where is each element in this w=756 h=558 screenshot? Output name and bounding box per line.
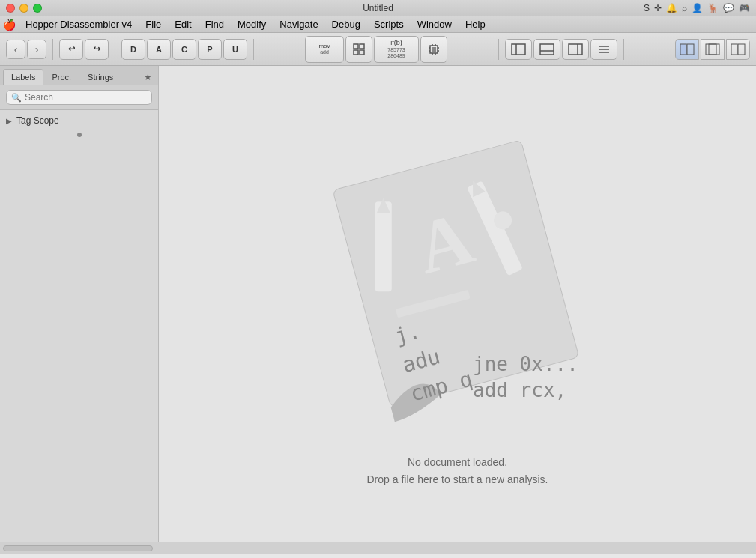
addr2-label: 286489 — [387, 53, 405, 59]
system-icons: S ✛ 🔔 ⌕ 👤 🦌 💬 🎮 — [644, 3, 750, 13]
menu-navigate[interactable]: Navigate — [273, 17, 324, 31]
menu-modify[interactable]: Modify — [232, 17, 272, 31]
btn-p[interactable]: P — [198, 39, 222, 60]
minimize-button[interactable] — [19, 4, 28, 13]
nav-back-button[interactable]: ‹ — [6, 40, 25, 59]
search-icon: 🔍 — [11, 93, 22, 103]
drop-zone: j. adu cmp q A — [327, 120, 589, 488]
menu-app-name[interactable]: Hopper Disassembler v4 — [19, 17, 138, 31]
btn-a[interactable]: A — [147, 39, 171, 60]
btn-u[interactable]: U — [223, 39, 247, 60]
menu-file[interactable]: File — [139, 17, 167, 31]
content-area[interactable]: j. adu cmp q A — [159, 66, 756, 542]
addr1-label: 785773 — [387, 47, 405, 53]
undo-button[interactable]: ↩ — [59, 39, 83, 60]
grid-icon-button[interactable] — [345, 36, 372, 63]
tag-scope-item[interactable]: ▶ Tag Scope — [0, 113, 158, 128]
svg-rect-18 — [569, 44, 582, 55]
sys-icon-4: ⌕ — [682, 3, 687, 13]
title-bar: Untitled S ✛ 🔔 ⌕ 👤 🦌 💬 🎮 — [0, 0, 756, 16]
sidebar: Labels Proc. Strings ★ 🔍 ▶ Tag Scope — [0, 66, 159, 542]
menu-edit[interactable]: Edit — [169, 17, 197, 31]
apple-menu[interactable]: 🍎 — [3, 19, 15, 31]
sys-icon-7: 💬 — [723, 3, 734, 13]
horizontal-scrollbar[interactable] — [3, 545, 153, 551]
tag-scope-label: Tag Scope — [16, 115, 59, 126]
bottom-bar — [0, 542, 756, 554]
maximize-button[interactable] — [33, 4, 42, 13]
center-panel-button[interactable] — [701, 39, 725, 60]
add-label: add — [320, 49, 329, 55]
sidebar-search-area: 🔍 — [0, 85, 158, 110]
main-area: Labels Proc. Strings ★ 🔍 ▶ Tag Scope — [0, 66, 756, 542]
svg-text:add  rcx,: add rcx, — [473, 379, 566, 401]
window-title: Untitled — [363, 3, 393, 13]
nav-forward-button[interactable]: › — [27, 40, 46, 59]
toolbar-panel-group — [675, 39, 750, 60]
list-view-button[interactable] — [590, 39, 617, 60]
btn-c[interactable]: C — [172, 39, 196, 60]
svg-rect-0 — [354, 44, 358, 49]
toolbar: ‹ › ↩ ↪ D A C P U mov add if(b) 7 — [0, 33, 756, 66]
inspector-toggle-button[interactable] — [562, 39, 589, 60]
sidebar-tab-proc[interactable]: Proc. — [43, 69, 79, 85]
if-b-button[interactable]: if(b) 785773 286489 — [374, 36, 419, 63]
app-icon: j. adu cmp q A — [327, 120, 589, 442]
toolbar-sep-1 — [52, 39, 53, 60]
svg-rect-24 — [687, 44, 694, 55]
toolbar-sep-3 — [253, 39, 254, 60]
loading-dot — [77, 133, 82, 137]
close-button[interactable] — [6, 4, 15, 13]
mov-add-button[interactable]: mov add — [305, 36, 344, 63]
sys-icon-2: ✛ — [654, 3, 662, 13]
svg-text:jne  0x...: jne 0x... — [473, 353, 578, 375]
svg-rect-16 — [540, 44, 554, 55]
sys-icon-5: 👤 — [692, 3, 703, 13]
sidebar-tab-strings[interactable]: Strings — [79, 69, 121, 85]
menu-help[interactable]: Help — [459, 17, 492, 31]
sys-icon-1: S — [644, 3, 650, 13]
tree-arrow-icon: ▶ — [6, 117, 13, 125]
sidebar-dot-indicator — [0, 128, 158, 142]
no-doc-line2: Drop a file here to start a new analysis… — [366, 471, 548, 488]
menu-find[interactable]: Find — [199, 17, 230, 31]
left-panel-button[interactable] — [675, 39, 699, 60]
right-panel-button[interactable] — [726, 39, 750, 60]
svg-rect-26 — [709, 44, 716, 55]
toolbar-nav-group: ‹ › — [6, 40, 46, 59]
svg-rect-1 — [360, 44, 364, 49]
svg-rect-2 — [354, 50, 358, 55]
menu-bar: 🍎 Hopper Disassembler v4 File Edit Find … — [0, 16, 756, 33]
drop-text-area: No document loaded. Drop a file here to … — [366, 454, 548, 488]
sys-icon-3: 🔔 — [666, 3, 677, 13]
toolbar-sep-4 — [498, 39, 499, 60]
svg-rect-28 — [738, 44, 745, 55]
svg-rect-5 — [432, 47, 436, 52]
btn-d[interactable]: D — [121, 39, 145, 60]
no-doc-line1: No document loaded. — [366, 454, 548, 470]
sidebar-tree: ▶ Tag Scope — [0, 110, 158, 542]
menu-scripts[interactable]: Scripts — [368, 17, 410, 31]
sidebar-toggle-button[interactable] — [505, 39, 532, 60]
toolbar-center-group: mov add if(b) 785773 286489 — [305, 36, 447, 63]
sidebar-tab-bar: Labels Proc. Strings ★ — [0, 66, 158, 85]
svg-rect-33 — [375, 201, 391, 291]
menu-debug[interactable]: Debug — [326, 17, 366, 31]
toolbar-undoredo-group: ↩ ↪ — [59, 39, 109, 60]
sidebar-tab-labels[interactable]: Labels — [3, 69, 43, 85]
svg-rect-23 — [680, 44, 686, 55]
svg-rect-25 — [706, 44, 719, 55]
sidebar-star-button[interactable]: ★ — [140, 70, 155, 85]
menu-window[interactable]: Window — [411, 17, 458, 31]
svg-rect-27 — [731, 44, 737, 55]
mov-label: mov — [318, 43, 330, 50]
sys-icon-8: 🎮 — [739, 3, 750, 13]
toolbar-type-group: D A C P U — [121, 39, 247, 60]
svg-rect-14 — [512, 44, 525, 55]
redo-button[interactable]: ↪ — [85, 39, 109, 60]
toolbar-sep-5 — [623, 39, 624, 60]
cpu-button[interactable] — [420, 36, 447, 63]
search-input[interactable] — [25, 92, 147, 103]
console-toggle-button[interactable] — [533, 39, 560, 60]
window-controls[interactable] — [6, 4, 42, 13]
